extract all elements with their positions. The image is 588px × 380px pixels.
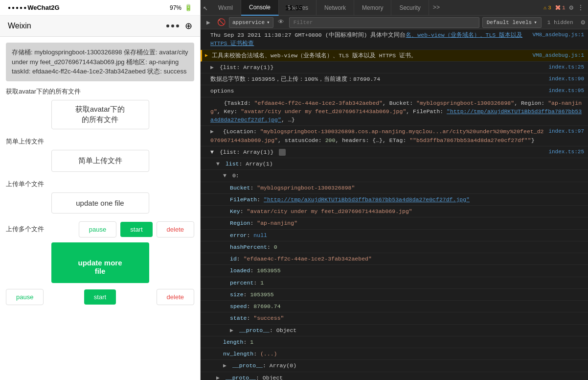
console-entry-1: VM8_asdebug.js:1 Thu Sep 23 2021 11:38:2… bbox=[201, 29, 588, 50]
loaded-key: loaded bbox=[230, 267, 250, 274]
key-key: Key bbox=[230, 208, 240, 214]
scan-icon[interactable]: ⊕ bbox=[185, 21, 192, 31]
prop-size: size: 1053955 bbox=[201, 289, 588, 301]
size-val: 1053955 bbox=[250, 291, 273, 298]
tab-overflow[interactable]: >> bbox=[429, 4, 444, 11]
proto1-key: __proto__ bbox=[239, 327, 270, 333]
link-1[interactable]: 名、web-view（业务域名）、TLS 版本以及 HTTPS 证书检查 bbox=[210, 32, 522, 47]
entry-text-progress: 数据总字节数：1053955，已上传：100%，当前速度：87690.74 bbox=[210, 76, 380, 82]
play-icon[interactable]: ▶ bbox=[204, 18, 213, 27]
update-one-group: update one file bbox=[6, 192, 194, 215]
update-one-button[interactable]: update one file bbox=[51, 192, 149, 214]
cursor-tab[interactable]: ↖ bbox=[201, 0, 210, 16]
entry-text-expanded: {list: Array(1)} bbox=[220, 149, 273, 155]
entry-text-1: Thu Sep 23 2021 11:38:27 GMT+0800 (中国标准时… bbox=[210, 32, 522, 47]
devtools-panel: ↖ Wxml Console Sources Network Memory Se… bbox=[201, 0, 588, 380]
upload-multi-section: 上传多个文件 pause start delete bbox=[6, 221, 194, 238]
expand-icon-proto1[interactable]: ▶ bbox=[230, 326, 236, 334]
copy-icon[interactable] bbox=[279, 149, 286, 156]
console-entry-options: index.ts:95 options bbox=[201, 85, 588, 97]
prop-region: Region: "ap-nanjing" bbox=[201, 217, 588, 229]
console-entry-warning: ▶ VM8_asdebug.js:1 工具未校验合法域名、web-view（业务… bbox=[201, 50, 588, 62]
more-dots-icon[interactable] bbox=[166, 24, 179, 27]
expand-icon-location[interactable]: ▶ bbox=[210, 127, 216, 136]
devtools-tabs: ↖ Wxml Console Sources Network Memory Se… bbox=[201, 0, 588, 16]
phone-content: 存储桶: myblogspringboot-1300326898 保存桶位置: … bbox=[0, 37, 200, 380]
battery-icon: 🔋 bbox=[184, 4, 192, 11]
list-key: list bbox=[226, 161, 239, 167]
console-entry-progress: index.ts:90 数据总字节数：1053955，已上传：100%，当前速度… bbox=[201, 73, 588, 85]
tab-console[interactable]: Console bbox=[241, 0, 279, 16]
fetch-avatar-button[interactable]: 获取avatar下的 的所有文件 bbox=[51, 100, 149, 129]
log-levels-button[interactable]: Default levels ▾ bbox=[482, 17, 542, 28]
percent-key: percent bbox=[230, 280, 253, 286]
nv-length-key: nv_length bbox=[223, 351, 253, 357]
pause-button-2[interactable]: pause bbox=[6, 289, 44, 305]
warning-badge: ⚠ 3 bbox=[543, 4, 551, 11]
warning-count: 3 bbox=[548, 5, 551, 11]
file-ref-progress[interactable]: index.ts:90 bbox=[548, 75, 584, 83]
speed-key: speed bbox=[230, 303, 247, 309]
carrier-label: WeChat2G bbox=[27, 4, 60, 11]
update-more-button[interactable]: update more file bbox=[51, 242, 149, 283]
delete-button-2[interactable]: delete bbox=[157, 289, 194, 305]
app-header: Weixin ⊕ bbox=[0, 16, 200, 37]
state-key: state bbox=[230, 315, 247, 321]
id-key: id bbox=[230, 256, 237, 262]
percent-val: 1 bbox=[260, 280, 264, 286]
start-button-2[interactable]: start bbox=[84, 289, 116, 305]
console-entry-expanded-root: index.ts:25 ▼ {list: Array(1)} bbox=[201, 146, 588, 158]
expand-icon-list-inner[interactable]: ▼ bbox=[216, 160, 222, 168]
expand-icon-root[interactable]: ▼ bbox=[210, 148, 216, 156]
warning-icon: ⚠ bbox=[543, 4, 547, 11]
hashpercent-val: 0 bbox=[274, 244, 277, 250]
prop-filepath: FilePath: "http://tmp/aXujdRKTUT1Bb5d3ff… bbox=[201, 194, 588, 206]
console-output: VM8_asdebug.js:1 Thu Sep 23 2021 11:38:2… bbox=[201, 29, 588, 380]
filter-input[interactable] bbox=[289, 17, 479, 28]
proto3-val: Object bbox=[263, 375, 283, 380]
tab-security[interactable]: Security bbox=[391, 0, 429, 16]
expand-icon-proto2[interactable]: ▶ bbox=[223, 361, 229, 370]
file-ref-options[interactable]: index.ts:95 bbox=[548, 87, 584, 95]
info-text: 存储桶: myblogspringboot-1300326898 保存桶位置: … bbox=[12, 48, 188, 75]
delete-button-1[interactable]: delete bbox=[157, 221, 194, 238]
pause-button-1[interactable]: pause bbox=[79, 221, 116, 238]
item-0-key: 0: bbox=[232, 172, 239, 179]
bottom-action-row: pause start delete bbox=[6, 289, 194, 305]
start-button-1[interactable]: start bbox=[120, 222, 152, 237]
entry-text-location: {Location: "myblogspringboot-1300326898.… bbox=[210, 128, 543, 143]
file-ref-location[interactable]: index.ts:97 bbox=[548, 127, 584, 136]
toolbar-settings-icon[interactable]: ⚙ bbox=[581, 18, 585, 26]
expand-icon-list[interactable]: ▶ bbox=[210, 63, 216, 71]
prop-bucket: Bucket: "myblogspringboot-1300326898" bbox=[201, 182, 588, 194]
tab-network[interactable]: Network bbox=[317, 0, 354, 16]
filepath-key: FilePath bbox=[230, 196, 257, 203]
length-val: 1 bbox=[250, 339, 253, 345]
file-ref-expanded[interactable]: index.ts:25 bbox=[548, 148, 584, 156]
more-icon[interactable]: ⋮ bbox=[577, 3, 584, 12]
simple-upload-button[interactable]: 简单上传文件 bbox=[51, 150, 149, 172]
prop-key-entry: Key: "avatar/city under my feet_d2076967… bbox=[201, 206, 588, 217]
prop-state: state: "success" bbox=[201, 312, 588, 324]
entry-text-warning: 工具未校验合法域名、web-view（业务域名）、TLS 版本以及 HTTPS … bbox=[212, 52, 417, 59]
prop-nv-length: nv_length: (...) bbox=[201, 348, 588, 360]
file-ref-warning[interactable]: VM8_asdebug.js:1 bbox=[532, 51, 584, 60]
tab-memory[interactable]: Memory bbox=[354, 0, 391, 16]
tab-wxml[interactable]: Wxml bbox=[210, 0, 241, 16]
block-icon[interactable]: 🚫 bbox=[216, 18, 226, 27]
eye-icon[interactable]: 👁 bbox=[276, 18, 286, 27]
speed-val: 87690.74 bbox=[253, 303, 280, 309]
settings-icon[interactable]: ⚙ bbox=[569, 3, 573, 12]
tab-right-icons: ⚠ 3 🞮 1 ⚙ ⋮ bbox=[543, 3, 588, 12]
select-dropdown-icon: ▾ bbox=[267, 19, 270, 25]
file-ref-1[interactable]: VM8_asdebug.js:1 bbox=[532, 31, 584, 39]
header-icons: ⊕ bbox=[166, 21, 192, 31]
filepath-val[interactable]: "http://tmp/aXujdRKTUT1Bb5d3ffba7867bb53… bbox=[264, 196, 470, 203]
file-ref-list[interactable]: index.ts:25 bbox=[548, 63, 584, 71]
simple-upload-group: 简单上传文件 bbox=[6, 150, 194, 174]
expand-icon-item0[interactable]: ▼ bbox=[223, 171, 229, 180]
expand-icon-proto3[interactable]: ▶ bbox=[216, 374, 222, 380]
prop-proto1: ▶ __proto__: Object bbox=[201, 325, 588, 336]
id-val: "efdaae4c-ff2c-44ae-1ce2-3fab342aebed" bbox=[244, 256, 372, 262]
appservice-select[interactable]: appservice ▾ bbox=[229, 17, 273, 28]
